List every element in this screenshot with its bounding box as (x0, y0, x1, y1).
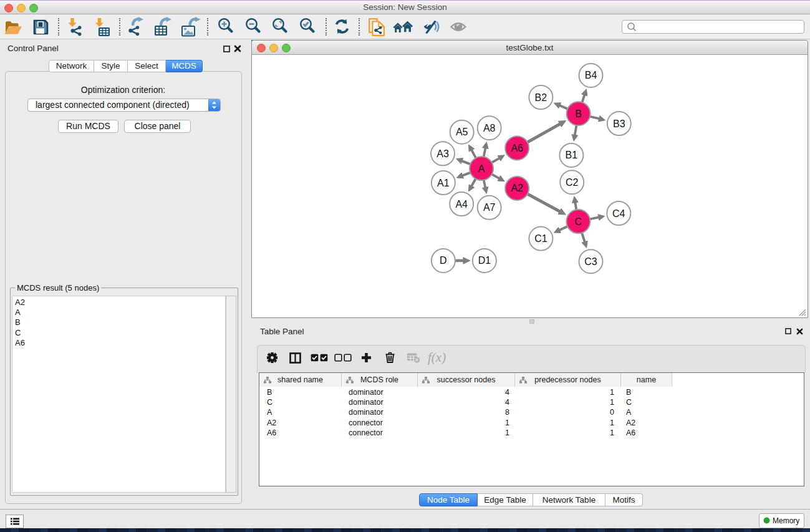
svg-text:B: B (575, 109, 582, 119)
svg-text:A7: A7 (483, 202, 496, 213)
svg-text:A5: A5 (456, 127, 468, 137)
svg-text:A2: A2 (511, 183, 523, 193)
svg-text:C: C (575, 216, 582, 227)
svg-text:C1: C1 (534, 233, 547, 244)
svg-text:A3: A3 (436, 148, 449, 159)
svg-text:B2: B2 (535, 92, 547, 103)
svg-text:D: D (440, 255, 447, 266)
svg-text:B1: B1 (566, 150, 578, 160)
svg-text:C4: C4 (612, 208, 625, 219)
svg-text:C3: C3 (584, 256, 597, 267)
svg-text:A: A (478, 163, 485, 174)
svg-text:B3: B3 (613, 118, 625, 129)
svg-text:A8: A8 (483, 123, 496, 133)
svg-text:A6: A6 (511, 143, 523, 153)
svg-text:A4: A4 (455, 199, 468, 210)
svg-text:C2: C2 (566, 177, 579, 188)
svg-text:A1: A1 (437, 178, 450, 188)
svg-text:D1: D1 (478, 255, 491, 266)
svg-text:B4: B4 (585, 70, 597, 80)
